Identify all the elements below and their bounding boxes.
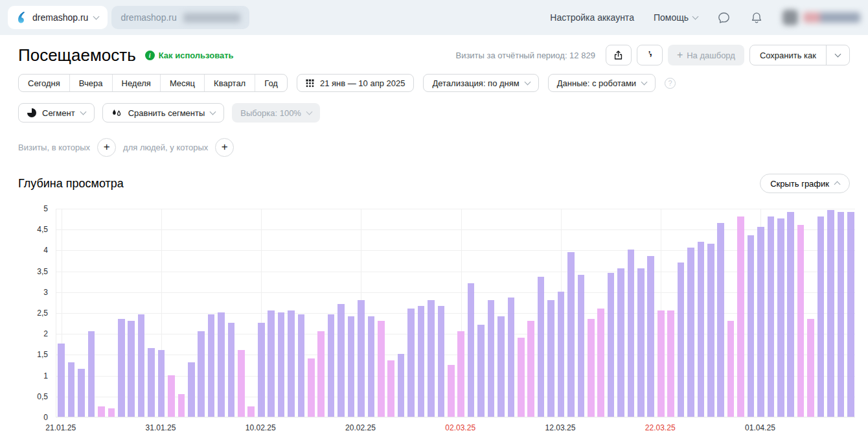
- counter-tab[interactable]: dremashop.ru: [111, 6, 249, 29]
- segments-export-button[interactable]: ’’: [637, 45, 663, 65]
- bar[interactable]: [138, 314, 145, 417]
- bar[interactable]: [547, 300, 554, 417]
- account-settings-link[interactable]: Настройка аккаунта: [550, 12, 634, 23]
- bar[interactable]: [667, 310, 674, 417]
- question-icon[interactable]: ?: [665, 78, 676, 89]
- save-as-button[interactable]: Сохранить как: [750, 45, 826, 65]
- bar[interactable]: [438, 306, 445, 417]
- bar[interactable]: [98, 406, 105, 417]
- bar[interactable]: [228, 323, 235, 417]
- bar[interactable]: [158, 350, 165, 417]
- bar[interactable]: [597, 309, 604, 417]
- bar[interactable]: [148, 348, 155, 417]
- bar[interactable]: [298, 314, 305, 417]
- bar[interactable]: [707, 244, 714, 417]
- bar[interactable]: [687, 248, 694, 417]
- bar[interactable]: [247, 406, 255, 417]
- segment-dropdown[interactable]: Сегмент: [18, 103, 95, 123]
- date-range-button[interactable]: 21 янв — 10 апр 2025: [297, 74, 415, 92]
- bar[interactable]: [457, 331, 464, 417]
- bar[interactable]: [488, 300, 495, 417]
- bar[interactable]: [288, 310, 295, 417]
- period-yesterday[interactable]: Вчера: [70, 75, 113, 91]
- bar[interactable]: [258, 323, 265, 417]
- bar[interactable]: [378, 321, 385, 417]
- period-week[interactable]: Неделя: [113, 75, 161, 91]
- bar[interactable]: [477, 325, 485, 417]
- sampling-dropdown[interactable]: Выборка: 100%: [232, 103, 320, 123]
- bar[interactable]: [797, 225, 805, 417]
- data-mode-dropdown[interactable]: Данные: с роботами: [548, 74, 656, 92]
- bar[interactable]: [508, 298, 515, 417]
- bar[interactable]: [398, 354, 405, 417]
- add-people-condition-button[interactable]: +: [215, 138, 234, 157]
- compare-segments-dropdown[interactable]: Сравнить сегменты: [102, 103, 225, 123]
- period-quarter[interactable]: Квартал: [205, 75, 255, 91]
- bar[interactable]: [768, 216, 775, 417]
- bar[interactable]: [268, 310, 275, 417]
- bar[interactable]: [188, 362, 195, 417]
- bar[interactable]: [527, 321, 534, 417]
- bar[interactable]: [807, 319, 814, 417]
- bar[interactable]: [567, 252, 575, 417]
- bar[interactable]: [348, 316, 355, 417]
- bar[interactable]: [497, 316, 505, 417]
- export-button[interactable]: [606, 45, 632, 65]
- bar[interactable]: [538, 277, 545, 417]
- bar[interactable]: [717, 223, 724, 417]
- bar[interactable]: [178, 394, 185, 417]
- bar[interactable]: [777, 218, 784, 417]
- bar[interactable]: [787, 212, 794, 417]
- bar[interactable]: [407, 309, 415, 417]
- bar[interactable]: [727, 321, 735, 417]
- counter-selector[interactable]: dremashop.ru: [8, 6, 108, 29]
- bar[interactable]: [337, 304, 345, 417]
- detail-level-dropdown[interactable]: Детализация: по дням: [423, 74, 538, 92]
- bar[interactable]: [78, 369, 85, 417]
- bar[interactable]: [308, 358, 315, 417]
- bar[interactable]: [428, 300, 435, 417]
- notifications-button[interactable]: [750, 11, 763, 25]
- how-to-use-link[interactable]: i Как использовать: [145, 51, 234, 60]
- bar[interactable]: [198, 331, 205, 417]
- save-as-menu-button[interactable]: [826, 45, 849, 65]
- bar[interactable]: [637, 268, 645, 417]
- bar[interactable]: [118, 319, 125, 417]
- bar[interactable]: [238, 350, 245, 417]
- help-menu[interactable]: Помощь: [654, 12, 698, 23]
- bar[interactable]: [328, 314, 335, 417]
- add-to-dashboard-button[interactable]: + На дашборд: [668, 45, 744, 65]
- bar[interactable]: [578, 275, 585, 417]
- bar[interactable]: [518, 338, 525, 417]
- chat-button[interactable]: [717, 11, 731, 25]
- period-month[interactable]: Месяц: [161, 75, 205, 91]
- bar[interactable]: [88, 331, 95, 417]
- bar[interactable]: [737, 216, 744, 417]
- bar[interactable]: [168, 375, 175, 417]
- bar[interactable]: [838, 212, 845, 417]
- bar[interactable]: [847, 212, 854, 417]
- add-visit-condition-button[interactable]: +: [97, 138, 116, 157]
- bar[interactable]: [628, 250, 635, 417]
- bar[interactable]: [317, 331, 325, 417]
- bar[interactable]: [608, 273, 615, 417]
- bar[interactable]: [218, 312, 225, 417]
- bar[interactable]: [757, 227, 764, 417]
- period-today[interactable]: Сегодня: [19, 75, 70, 91]
- bar[interactable]: [418, 306, 425, 417]
- bar[interactable]: [368, 316, 375, 417]
- bar[interactable]: [817, 216, 825, 417]
- bar[interactable]: [108, 408, 115, 417]
- bar[interactable]: [128, 321, 135, 417]
- bar[interactable]: [278, 312, 285, 417]
- bar[interactable]: [657, 310, 665, 417]
- bar[interactable]: [678, 263, 685, 417]
- bar[interactable]: [698, 242, 705, 417]
- bar[interactable]: [468, 283, 475, 417]
- bar[interactable]: [558, 292, 565, 417]
- bar[interactable]: [208, 314, 215, 417]
- bar[interactable]: [448, 365, 455, 417]
- bar[interactable]: [827, 210, 834, 417]
- bar[interactable]: [358, 300, 365, 417]
- bar[interactable]: [588, 319, 595, 417]
